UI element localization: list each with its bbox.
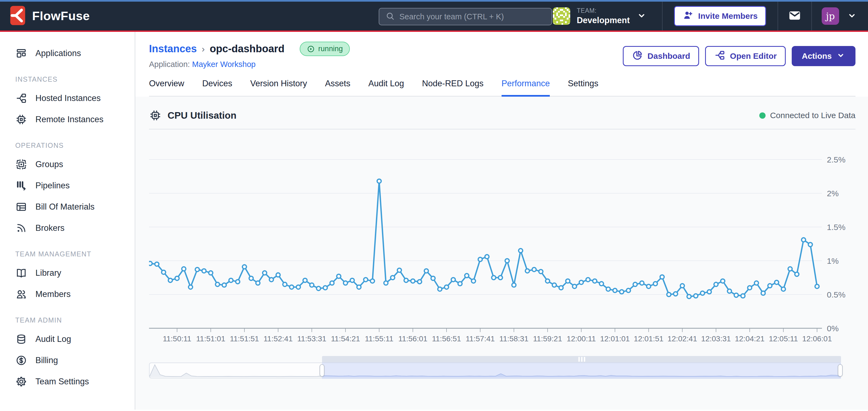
data-point[interactable] (701, 291, 705, 295)
data-point[interactable] (195, 268, 199, 272)
sidebar-item-bill-of-materials[interactable]: Bill Of Materials (0, 196, 134, 217)
notifications-button[interactable] (778, 2, 811, 31)
data-point[interactable] (802, 238, 806, 242)
tab-performance[interactable]: Performance (502, 79, 550, 97)
data-point[interactable] (243, 265, 247, 269)
data-point[interactable] (599, 282, 603, 286)
sidebar-item-hosted-instances[interactable]: Hosted Instances (0, 88, 134, 109)
data-point[interactable] (175, 276, 179, 280)
sidebar-item-brokers[interactable]: Brokers (0, 217, 134, 239)
data-point[interactable] (586, 278, 590, 282)
data-point[interactable] (202, 269, 206, 273)
data-point[interactable] (626, 288, 630, 293)
data-point[interactable] (317, 286, 321, 290)
data-point[interactable] (512, 283, 516, 287)
data-point[interactable] (161, 270, 166, 274)
data-point[interactable] (283, 282, 287, 286)
data-point[interactable] (323, 286, 327, 290)
open-editor-button[interactable]: Open Editor (705, 46, 786, 66)
data-point[interactable] (465, 274, 469, 278)
sidebar-item-remote-instances[interactable]: Remote Instances (0, 109, 134, 130)
data-point[interactable] (417, 279, 422, 284)
data-point[interactable] (653, 282, 657, 286)
data-point[interactable] (532, 268, 536, 272)
data-point[interactable] (249, 276, 253, 280)
data-point[interactable] (667, 293, 671, 297)
data-point[interactable] (808, 242, 812, 247)
data-point[interactable] (431, 276, 435, 280)
data-point[interactable] (256, 281, 260, 285)
data-point[interactable] (270, 278, 274, 282)
data-point[interactable] (209, 271, 213, 275)
search-input[interactable] (399, 12, 546, 21)
data-point[interactable] (525, 269, 529, 273)
data-point[interactable] (458, 282, 462, 286)
data-point[interactable] (552, 283, 556, 287)
sidebar-item-billing[interactable]: Billing (0, 350, 134, 371)
data-point[interactable] (519, 248, 523, 252)
data-point[interactable] (734, 293, 738, 297)
data-point[interactable] (397, 268, 401, 272)
data-point[interactable] (498, 276, 502, 280)
data-point[interactable] (647, 284, 651, 288)
data-point[interactable] (741, 294, 745, 298)
data-point[interactable] (754, 281, 758, 285)
data-point[interactable] (182, 267, 186, 271)
data-point[interactable] (788, 267, 792, 271)
brush-grip[interactable] (579, 357, 585, 362)
data-point[interactable] (775, 280, 779, 284)
data-point[interactable] (761, 291, 765, 295)
tab-node-red-logs[interactable]: Node-RED Logs (422, 79, 484, 97)
data-point[interactable] (189, 285, 193, 289)
data-point[interactable] (404, 278, 408, 282)
data-point[interactable] (216, 282, 220, 286)
data-point[interactable] (714, 282, 718, 286)
brush-handle-right[interactable] (838, 364, 843, 377)
data-point[interactable] (377, 179, 381, 183)
data-point[interactable] (438, 287, 442, 291)
data-point[interactable] (485, 255, 489, 259)
data-point[interactable] (606, 287, 610, 291)
tab-audit-log[interactable]: Audit Log (368, 79, 404, 97)
sidebar-item-members[interactable]: Members (0, 284, 134, 305)
data-point[interactable] (155, 262, 159, 266)
data-point[interactable] (559, 286, 563, 290)
invite-members-button[interactable]: Invite Members (674, 6, 766, 26)
data-point[interactable] (748, 286, 752, 290)
data-point[interactable] (262, 271, 267, 275)
tab-devices[interactable]: Devices (202, 79, 232, 97)
tab-version-history[interactable]: Version History (250, 79, 307, 97)
data-point[interactable] (579, 280, 583, 284)
tab-settings[interactable]: Settings (568, 79, 598, 97)
data-point[interactable] (613, 288, 617, 293)
data-point[interactable] (795, 272, 799, 276)
dashboard-button[interactable]: Dashboard (623, 46, 700, 66)
data-point[interactable] (660, 275, 664, 279)
data-point[interactable] (411, 279, 415, 283)
data-point[interactable] (357, 285, 361, 289)
data-point[interactable] (344, 281, 348, 285)
data-point[interactable] (445, 285, 449, 289)
data-point[interactable] (674, 292, 678, 296)
user-menu[interactable]: jp (812, 2, 868, 31)
data-point[interactable] (424, 269, 428, 273)
data-point[interactable] (337, 274, 341, 278)
data-point[interactable] (310, 283, 314, 287)
data-point[interactable] (572, 284, 577, 288)
brush-handle-left[interactable] (319, 364, 324, 377)
data-point[interactable] (633, 282, 637, 286)
data-point[interactable] (149, 261, 152, 265)
data-point[interactable] (236, 279, 240, 284)
sidebar-item-applications[interactable]: Applications (0, 43, 134, 64)
sidebar-item-pipelines[interactable]: Pipelines (0, 175, 134, 196)
data-point[interactable] (546, 279, 550, 283)
sidebar-item-groups[interactable]: Groups (0, 154, 134, 175)
data-point[interactable] (539, 270, 543, 274)
brand[interactable]: FlowFuse (10, 5, 90, 27)
data-point[interactable] (707, 290, 711, 294)
data-point[interactable] (384, 281, 388, 285)
data-point[interactable] (727, 289, 732, 293)
application-link[interactable]: Mayker Workshop (192, 60, 255, 69)
data-point[interactable] (815, 284, 819, 288)
data-point[interactable] (505, 259, 509, 263)
